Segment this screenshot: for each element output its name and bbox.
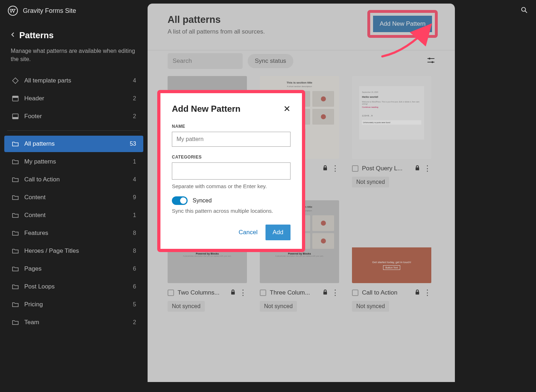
folder-icon: [11, 301, 19, 308]
sidebar-item-label: Content: [24, 194, 128, 201]
sidebar-title: Patterns: [19, 30, 54, 40]
folder-icon: [11, 265, 19, 273]
svg-point-25: [321, 221, 326, 226]
more-options-icon[interactable]: ⋮: [331, 288, 339, 297]
svg-point-0: [522, 7, 526, 11]
page-title: All patterns: [168, 14, 265, 25]
search-icon[interactable]: [520, 6, 528, 15]
sidebar-item-count: 8: [133, 230, 136, 236]
sidebar-item-count: 4: [133, 77, 136, 84]
sidebar-description: Manage what patterns are available when …: [4, 44, 144, 72]
add-button[interactable]: Add: [265, 225, 291, 240]
sidebar-item-call-to-action[interactable]: Call to Action 4: [4, 171, 143, 188]
sidebar-item-team[interactable]: Team 2: [4, 314, 143, 331]
sidebar-item-my-patterns[interactable]: My patterns 1: [4, 154, 143, 170]
more-options-icon[interactable]: ⋮: [423, 164, 431, 173]
folder-icon: [11, 176, 19, 184]
sidebar-item-pricing[interactable]: Pricing 5: [4, 296, 143, 313]
categories-input[interactable]: [172, 162, 291, 180]
folder-icon: [11, 247, 19, 255]
folder-icon: [11, 318, 19, 326]
pattern-checkbox[interactable]: [168, 290, 174, 296]
lock-icon: [230, 289, 235, 296]
more-options-icon[interactable]: ⋮: [331, 164, 339, 173]
sidebar-item-count: 6: [133, 283, 136, 290]
sync-status-badge: Not synced: [352, 177, 389, 187]
sidebar-item-label: Footer: [24, 113, 128, 120]
sidebar-item-count: 2: [133, 95, 136, 102]
synced-toggle[interactable]: [172, 196, 188, 205]
sidebar-item-label: My patterns: [24, 158, 128, 165]
modal-title: Add New Pattern: [172, 104, 240, 114]
back-chevron-icon[interactable]: [11, 32, 15, 39]
pattern-thumbnail[interactable]: Get started today, get in touch!Button T…: [352, 200, 431, 283]
add-pattern-modal: Add New Pattern ✕ Name Categories Separa…: [160, 93, 302, 249]
sidebar-item-label: Pages: [24, 265, 128, 272]
lock-icon: [323, 165, 328, 172]
sidebar-item-heroes-page-titles[interactable]: Heroes / Page Titles 8: [4, 243, 143, 259]
sidebar-item-post-loops[interactable]: Post Loops 6: [4, 278, 143, 295]
add-button-highlight: Add New Pattern: [367, 10, 438, 38]
folder-icon: [11, 211, 19, 219]
search-input-wrapper[interactable]: [168, 53, 243, 69]
svg-rect-4: [13, 117, 18, 119]
svg-point-28: [321, 238, 326, 243]
sync-status-badge: Not synced: [352, 301, 389, 312]
layout-footer-icon: [11, 112, 19, 120]
svg-rect-29: [323, 292, 327, 295]
sidebar-item-count: 6: [133, 266, 136, 272]
pattern-checkbox[interactable]: [352, 165, 358, 172]
add-new-pattern-button[interactable]: Add New Pattern: [373, 16, 432, 32]
pattern-name-input[interactable]: [172, 132, 291, 147]
sidebar-item-all-template-parts[interactable]: All template parts 4: [4, 72, 143, 89]
sidebar-item-all-patterns[interactable]: All patterns 53: [4, 136, 143, 152]
sidebar-item-label: Header: [24, 95, 128, 102]
lock-icon: [415, 289, 420, 296]
search-input[interactable]: [173, 57, 248, 65]
folder-icon: [11, 140, 19, 148]
sidebar-item-features[interactable]: Features 8: [4, 225, 143, 241]
sidebar-item-content[interactable]: Content 1: [4, 207, 143, 223]
sidebar-item-count: 9: [133, 194, 136, 201]
pattern-name: Call to Action: [362, 289, 411, 296]
lock-icon: [415, 165, 420, 172]
wordpress-logo-icon[interactable]: [8, 6, 18, 16]
sidebar-item-count: 2: [133, 319, 136, 326]
sidebar-item-label: Heroes / Page Titles: [24, 247, 128, 255]
pattern-name: Two Columns...: [178, 289, 227, 296]
pattern-checkbox[interactable]: [352, 290, 358, 296]
cancel-button[interactable]: Cancel: [236, 225, 260, 240]
sidebar-item-count: 5: [133, 301, 136, 308]
sidebar-item-count: 2: [133, 113, 136, 120]
diamond-icon: [11, 77, 19, 85]
svg-rect-14: [323, 167, 327, 170]
sync-status-filter[interactable]: Sync status: [248, 54, 293, 68]
sidebar-item-pages[interactable]: Pages 6: [4, 261, 143, 277]
pattern-checkbox[interactable]: [260, 290, 266, 296]
page-subtitle: A list of all patterns from all sources.: [168, 28, 265, 35]
pattern-name: Post Query L...: [362, 165, 411, 172]
sidebar-item-count: 1: [133, 159, 136, 165]
sidebar-item-count: 53: [130, 141, 136, 147]
lock-icon: [323, 289, 328, 296]
sidebar-item-header[interactable]: Header 2: [4, 90, 143, 107]
sidebar-item-label: Content: [24, 212, 128, 219]
more-options-icon[interactable]: ⋮: [423, 288, 431, 297]
pattern-thumbnail[interactable]: September 19, 2023Hello world!Welcome to…: [352, 76, 431, 159]
pattern-name: Three Colum...: [270, 289, 319, 296]
svg-point-13: [321, 114, 326, 119]
svg-rect-30: [416, 292, 419, 295]
sidebar-item-content[interactable]: Content 9: [4, 189, 143, 206]
filter-settings-icon[interactable]: [427, 57, 435, 65]
categories-field-label: Categories: [172, 155, 291, 160]
svg-rect-22: [231, 292, 235, 295]
folder-icon: [11, 158, 19, 166]
svg-rect-2: [13, 96, 18, 98]
sidebar-divider: [7, 130, 140, 131]
sidebar-item-footer[interactable]: Footer 2: [4, 108, 143, 125]
filters-bar: Sync status: [148, 50, 455, 76]
folder-icon: [11, 194, 19, 201]
close-icon[interactable]: ✕: [283, 104, 291, 114]
sync-status-badge: Not synced: [260, 301, 297, 312]
more-options-icon[interactable]: ⋮: [239, 288, 247, 297]
